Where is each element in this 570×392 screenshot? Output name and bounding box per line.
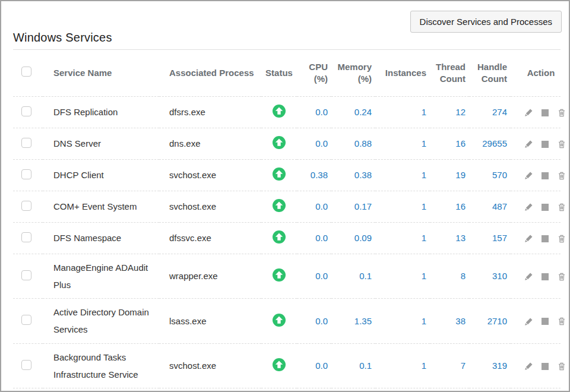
instances-value[interactable]: 1 — [422, 316, 426, 326]
delete-trash-icon[interactable] — [557, 317, 566, 326]
memory-value[interactable]: 0.1 — [359, 271, 372, 281]
action-cell — [511, 191, 560, 222]
instances-value[interactable]: 1 — [422, 201, 426, 211]
service-name: ManageEngine ADAudit Plus — [53, 263, 148, 290]
delete-trash-icon[interactable] — [557, 203, 566, 212]
action-cell — [511, 254, 560, 299]
row-checkbox[interactable] — [21, 232, 31, 242]
handle-count-cell: 29655 — [469, 128, 511, 159]
row-checkbox[interactable] — [21, 315, 31, 325]
instances-value[interactable]: 1 — [422, 271, 426, 281]
windows-services-table: Service Name Associated Process Status C… — [13, 50, 560, 388]
handle-count-value[interactable]: 487 — [492, 201, 507, 211]
handle-count-value[interactable]: 310 — [492, 271, 507, 281]
delete-trash-icon[interactable] — [557, 108, 566, 118]
handle-count-value[interactable]: 29655 — [482, 138, 507, 148]
instances-cell: 1 — [375, 222, 430, 254]
cpu-value[interactable]: 0.0 — [315, 271, 328, 281]
cpu-value[interactable]: 0.38 — [311, 170, 328, 180]
row-checkbox[interactable] — [21, 270, 31, 280]
edit-pencil-icon[interactable] — [524, 317, 533, 326]
row-checkbox[interactable] — [21, 169, 31, 179]
edit-pencil-icon[interactable] — [524, 171, 533, 180]
edit-pencil-icon[interactable] — [524, 362, 533, 371]
stop-square-icon[interactable] — [542, 363, 549, 370]
memory-value[interactable]: 0.17 — [354, 201, 372, 211]
row-checkbox[interactable] — [21, 106, 31, 116]
status-cell — [261, 191, 297, 222]
edit-pencil-icon[interactable] — [524, 272, 533, 281]
stop-square-icon[interactable] — [542, 172, 549, 179]
edit-pencil-icon[interactable] — [524, 108, 533, 117]
edit-pencil-icon[interactable] — [524, 140, 533, 148]
handle-count-value[interactable]: 274 — [492, 107, 507, 117]
instances-value[interactable]: 1 — [422, 233, 426, 243]
instances-value[interactable]: 1 — [422, 170, 426, 180]
cpu-value[interactable]: 0.0 — [315, 138, 328, 148]
row-select-cell — [13, 96, 43, 128]
status-up-arrow-icon — [272, 268, 286, 282]
row-checkbox[interactable] — [21, 360, 31, 370]
instances-value[interactable]: 1 — [422, 361, 426, 371]
select-all-checkbox[interactable] — [21, 67, 31, 77]
cpu-value[interactable]: 0.0 — [315, 361, 328, 371]
memory-value[interactable]: 0.09 — [354, 233, 372, 243]
stop-square-icon[interactable] — [542, 204, 549, 211]
cpu-value[interactable]: 0.0 — [315, 107, 328, 117]
edit-pencil-icon[interactable] — [524, 203, 533, 211]
instances-value[interactable]: 1 — [422, 138, 426, 148]
memory-value[interactable]: 0.24 — [354, 107, 372, 117]
memory-value[interactable]: 1.35 — [354, 316, 372, 326]
discover-services-button[interactable]: Discover Services and Processes — [410, 11, 562, 33]
delete-trash-icon[interactable] — [557, 234, 566, 244]
stop-square-icon[interactable] — [542, 235, 549, 242]
memory-cell: 0.24 — [331, 96, 375, 128]
memory-cell: 0.09 — [331, 222, 375, 254]
cpu-value[interactable]: 0.0 — [315, 201, 328, 211]
stop-square-icon[interactable] — [542, 109, 549, 116]
handle-count-value[interactable]: 157 — [492, 233, 507, 243]
row-select-cell — [13, 191, 43, 222]
thread-count-value[interactable]: 38 — [455, 316, 466, 326]
cpu-value[interactable]: 0.0 — [315, 316, 328, 326]
delete-trash-icon[interactable] — [557, 171, 566, 181]
handle-count-value[interactable]: 319 — [492, 361, 507, 371]
cpu-value[interactable]: 0.0 — [315, 233, 328, 243]
memory-value[interactable]: 0.1 — [359, 361, 372, 371]
service-name: COM+ Event System — [53, 201, 137, 211]
associated-process: dns.exe — [169, 138, 201, 148]
row-checkbox[interactable] — [21, 201, 31, 211]
col-header-handle-count: Handle Count — [469, 50, 511, 96]
thread-count-value[interactable]: 12 — [455, 107, 466, 117]
thread-count-value[interactable]: 16 — [455, 201, 466, 211]
stop-square-icon[interactable] — [542, 273, 549, 280]
service-name-cell: DFS Namespace — [43, 222, 159, 254]
delete-trash-icon[interactable] — [557, 140, 566, 149]
memory-value[interactable]: 0.38 — [354, 170, 372, 180]
memory-value[interactable]: 0.88 — [354, 138, 372, 148]
thread-count-value[interactable]: 13 — [455, 233, 466, 243]
thread-count-value[interactable]: 19 — [455, 170, 466, 180]
status-up-arrow-icon — [272, 230, 286, 244]
handle-count-value[interactable]: 2710 — [487, 316, 507, 326]
thread-count-value[interactable]: 16 — [455, 138, 466, 148]
memory-cell: 0.38 — [331, 159, 375, 191]
associated-process-cell: wrapper.exe — [159, 254, 261, 299]
stop-square-icon[interactable] — [542, 318, 549, 325]
instances-value[interactable]: 1 — [422, 107, 426, 117]
col-header-instances: Instances — [375, 50, 430, 96]
cpu-cell: 0.0 — [297, 299, 331, 344]
edit-pencil-icon[interactable] — [524, 234, 533, 243]
action-cell — [511, 343, 560, 388]
thread-count-value[interactable]: 8 — [461, 271, 466, 281]
cpu-cell: 0.0 — [297, 191, 331, 222]
row-select-cell — [13, 343, 43, 388]
row-checkbox[interactable] — [21, 138, 31, 148]
handle-count-value[interactable]: 570 — [492, 170, 507, 180]
thread-count-value[interactable]: 7 — [461, 361, 466, 371]
row-select-cell — [13, 299, 43, 344]
delete-trash-icon[interactable] — [557, 272, 566, 282]
stop-square-icon[interactable] — [542, 141, 549, 148]
service-name-cell: DHCP Client — [43, 159, 159, 191]
delete-trash-icon[interactable] — [557, 362, 566, 371]
